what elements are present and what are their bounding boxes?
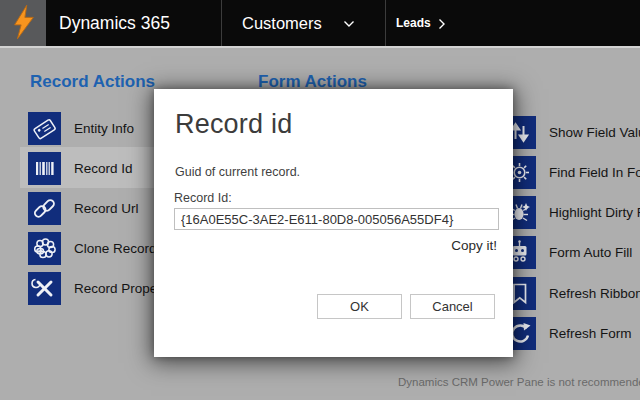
menu-item-label: Record Id (74, 161, 133, 176)
menu-item-record-id[interactable]: Record Id (28, 152, 133, 185)
ok-button[interactable]: OK (317, 294, 402, 319)
copy-link[interactable]: Copy it! (451, 238, 497, 253)
header-underline (0, 46, 640, 48)
menu-item-entity-info[interactable]: Entity Info (28, 112, 134, 145)
breadcrumb-leads[interactable]: Leads (396, 0, 431, 46)
record-id-label: Record Id: (174, 191, 232, 205)
tag-icon (28, 112, 61, 145)
menu-item-label: Clone Record (74, 241, 157, 256)
menu-item-label: Form Auto Fill (549, 245, 632, 260)
dialog-title: Record id (175, 109, 292, 140)
menu-item-find-field-in-form[interactable]: Find Field In Form (503, 156, 640, 189)
menu-item-refresh-ribbon[interactable]: Refresh Ribbon (503, 277, 640, 310)
app-title: Dynamics 365 (59, 0, 170, 46)
sheep-icon (28, 232, 61, 265)
menu-item-clone-record[interactable]: Clone Record (28, 232, 157, 265)
power-pane-overlay: Dynamics 365 Customers Leads Record Acti… (0, 0, 640, 400)
menu-item-highlight-dirty-fields[interactable]: Highlight Dirty Fields (503, 196, 640, 229)
cancel-button[interactable]: Cancel (410, 294, 495, 319)
top-navigation-bar: Dynamics 365 Customers Leads (0, 0, 640, 46)
menu-item-form-auto-fill[interactable]: Form Auto Fill (503, 236, 632, 269)
menu-item-refresh-form[interactable]: Refresh Form (503, 317, 632, 350)
entity-dropdown[interactable]: Customers (242, 0, 322, 46)
menu-item-show-field-value[interactable]: Show Field Value (503, 116, 640, 149)
header-divider (221, 0, 222, 46)
record-actions-heading: Record Actions (30, 72, 155, 92)
menu-item-label: Refresh Form (549, 326, 632, 341)
header-divider (385, 0, 386, 46)
record-id-input[interactable] (174, 208, 499, 230)
status-message: Dynamics CRM Power Pane is not recommend… (398, 376, 640, 388)
menu-item-label: Highlight Dirty Fields (549, 205, 640, 220)
barcode-icon (28, 152, 61, 185)
record-id-dialog: Record id Guid of current record. Record… (154, 89, 513, 357)
menu-item-record-url[interactable]: Record Url (28, 192, 139, 225)
chevron-down-icon[interactable] (343, 20, 355, 28)
menu-item-label: Find Field In Form (549, 165, 640, 180)
power-pane-logo[interactable] (0, 0, 46, 46)
menu-item-label: Refresh Ribbon (549, 286, 640, 301)
tools-icon (28, 272, 61, 305)
menu-item-label: Entity Info (74, 121, 134, 136)
link-icon (28, 192, 61, 225)
dialog-description: Guid of current record. (175, 165, 300, 179)
chevron-right-icon (438, 18, 446, 30)
lightning-bolt-icon (8, 4, 38, 42)
menu-item-label: Record Url (74, 201, 139, 216)
menu-item-label: Show Field Value (549, 125, 640, 140)
